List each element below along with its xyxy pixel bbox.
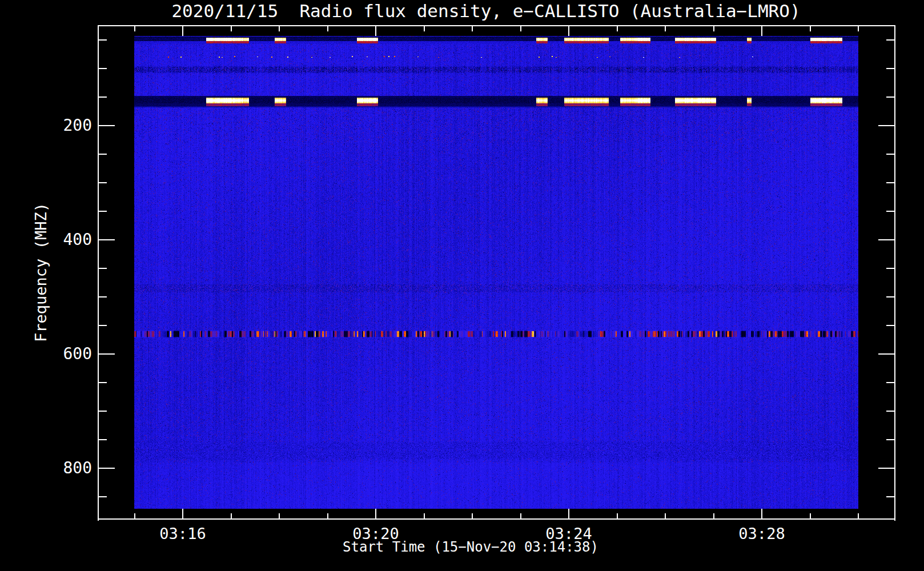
x-minor-tick-top xyxy=(279,26,280,31)
axis-line-bottom xyxy=(98,518,895,520)
x-major-tick-top xyxy=(761,26,762,36)
y-major-tick xyxy=(99,239,115,240)
axis-line-right xyxy=(894,25,895,521)
y-tick-label: 200 xyxy=(0,116,92,135)
x-minor-tick xyxy=(858,513,859,518)
x-tick-label: 03:16 xyxy=(137,526,228,542)
y-minor-tick xyxy=(99,96,107,98)
spectrogram-heatmap xyxy=(134,36,858,509)
y-minor-tick-right xyxy=(886,268,894,269)
y-major-tick-right xyxy=(878,353,894,355)
y-major-tick xyxy=(99,468,115,469)
x-major-tick-top xyxy=(182,26,183,36)
y-minor-tick-right xyxy=(886,154,894,155)
y-minor-tick xyxy=(99,268,107,269)
x-minor-tick-top xyxy=(713,26,714,31)
x-minor-tick-top xyxy=(810,26,811,31)
x-major-tick-top xyxy=(568,26,569,36)
x-minor-tick xyxy=(520,513,521,518)
x-minor-tick xyxy=(713,513,714,518)
x-minor-tick-top xyxy=(858,26,859,31)
y-minor-tick xyxy=(99,496,107,497)
x-minor-tick xyxy=(134,513,135,518)
y-minor-tick-right xyxy=(886,39,894,41)
page-root: 2020/11/15 Radio flux density, e−CALLIST… xyxy=(0,0,924,571)
y-minor-tick xyxy=(99,68,107,69)
x-minor-tick xyxy=(617,513,618,518)
x-minor-tick xyxy=(327,513,328,518)
y-minor-tick xyxy=(99,382,107,383)
y-minor-tick-right xyxy=(886,211,894,212)
axis-line-left xyxy=(98,25,99,521)
chart-title: 2020/11/15 Radio flux density, e−CALLIST… xyxy=(171,1,800,21)
x-minor-tick xyxy=(279,513,280,518)
x-axis-label: Start Time (15−Nov−20 03:14:38) xyxy=(343,540,598,554)
x-minor-tick-top xyxy=(134,26,135,31)
x-minor-tick-top xyxy=(520,26,521,31)
x-major-tick-top xyxy=(375,26,376,36)
y-minor-tick-right xyxy=(886,96,894,98)
y-major-tick-right xyxy=(878,239,894,240)
x-major-tick xyxy=(182,509,183,518)
y-axis-label: Frequency (MHZ) xyxy=(33,203,49,342)
y-minor-tick xyxy=(99,439,107,440)
y-minor-tick xyxy=(99,211,107,212)
axis-line-top xyxy=(98,25,895,26)
y-minor-tick-right xyxy=(886,382,894,383)
y-minor-tick xyxy=(99,39,107,41)
x-minor-tick-top xyxy=(327,26,328,31)
y-minor-tick-right xyxy=(886,411,894,412)
x-major-tick xyxy=(375,509,376,518)
y-minor-tick-right xyxy=(886,68,894,69)
y-minor-tick xyxy=(99,411,107,412)
x-minor-tick-top xyxy=(231,26,232,31)
x-tick-label: 03:28 xyxy=(716,526,808,542)
y-minor-tick-right xyxy=(886,182,894,183)
y-tick-label: 600 xyxy=(0,345,92,363)
x-minor-tick-top xyxy=(665,26,666,31)
y-minor-tick-right xyxy=(886,325,894,326)
y-major-tick-right xyxy=(878,125,894,126)
y-minor-tick-right xyxy=(886,496,894,497)
y-minor-tick xyxy=(99,325,107,326)
x-minor-tick-top xyxy=(424,26,425,31)
x-minor-tick xyxy=(810,513,811,518)
x-minor-tick xyxy=(472,513,473,518)
x-major-tick xyxy=(568,509,569,518)
y-major-tick-right xyxy=(878,468,894,469)
x-minor-tick xyxy=(231,513,232,518)
x-minor-tick xyxy=(665,513,666,518)
x-major-tick xyxy=(761,509,762,518)
y-tick-label: 800 xyxy=(0,459,92,477)
y-minor-tick xyxy=(99,296,107,297)
x-minor-tick xyxy=(424,513,425,518)
y-major-tick xyxy=(99,353,115,355)
y-minor-tick-right xyxy=(886,439,894,440)
x-minor-tick-top xyxy=(617,26,618,31)
y-minor-tick xyxy=(99,154,107,155)
x-minor-tick-top xyxy=(472,26,473,31)
y-minor-tick-right xyxy=(886,296,894,297)
y-minor-tick xyxy=(99,182,107,183)
y-major-tick xyxy=(99,125,115,126)
